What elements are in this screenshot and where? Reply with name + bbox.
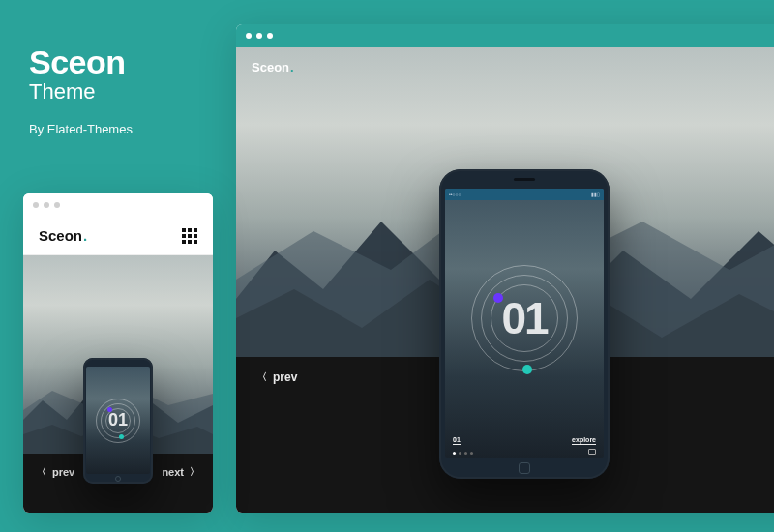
earpiece-icon	[514, 178, 535, 181]
signal-icon: ••○○○	[449, 192, 461, 197]
next-button[interactable]: next 〉	[162, 465, 199, 479]
slide-index-label: 01	[453, 436, 461, 445]
chevron-left-icon: 〈	[257, 370, 267, 384]
phone-screen: ••○○○ ▮▮▯ 01 01 explore	[445, 189, 604, 458]
home-button-icon	[115, 476, 121, 482]
orb-purple-icon	[107, 407, 112, 412]
phone-statusbar: ••○○○ ▮▮▯	[445, 189, 604, 200]
prev-label: prev	[273, 370, 297, 384]
logo-dot: .	[83, 227, 87, 244]
battery-icon: ▮▮▯	[591, 192, 600, 197]
window-dot-icon	[44, 202, 49, 208]
mobile-preview-window: Sceon. 〈 prev next 〉	[23, 193, 213, 513]
window-titlebar	[23, 193, 213, 217]
dot-icon	[453, 452, 456, 455]
prev-button[interactable]: 〈 prev	[37, 465, 74, 479]
orb-teal-icon	[119, 434, 124, 439]
slide-number: 01	[501, 292, 547, 344]
logo-text: Sceon	[252, 60, 289, 74]
site-header: Sceon.	[23, 217, 213, 255]
slide-number: 01	[108, 410, 128, 430]
dot-icon	[464, 452, 467, 455]
orb-purple-icon	[493, 293, 503, 303]
prev-button[interactable]: 〈 prev	[257, 370, 297, 384]
window-dot-icon	[267, 33, 273, 39]
explore-link[interactable]: explore	[572, 436, 596, 445]
slide-graphic: 01	[445, 200, 604, 436]
theme-subtitle: Theme	[29, 79, 133, 104]
camera-icon	[588, 449, 596, 455]
site-logo[interactable]: Sceon.	[39, 227, 87, 244]
window-dot-icon	[54, 202, 60, 208]
chevron-left-icon: 〈	[37, 465, 46, 479]
site-header: Sceon.	[236, 47, 774, 86]
pagination-dots	[453, 452, 473, 455]
orb-teal-icon	[522, 365, 532, 374]
desktop-preview-window: Sceon. 〈 prev next 〉 ••○○○ ▮▮▯ 01	[236, 24, 774, 513]
logo-dot: .	[290, 60, 294, 74]
window-dot-icon	[256, 33, 262, 39]
theme-title-block: Sceon Theme By Elated-Themes	[29, 44, 133, 136]
dot-icon	[470, 452, 473, 455]
menu-grid-icon[interactable]	[182, 228, 197, 244]
next-label: next	[162, 466, 184, 478]
logo-text: Sceon	[39, 227, 82, 244]
window-dot-icon	[246, 33, 252, 39]
dot-icon	[459, 452, 461, 455]
theme-author: By Elated-Themes	[29, 122, 133, 136]
phone-bezel-top	[439, 169, 610, 189]
phone-mockup: 01	[83, 358, 153, 484]
window-dot-icon	[33, 202, 39, 208]
theme-name: Sceon	[29, 44, 133, 81]
chevron-right-icon: 〉	[190, 465, 199, 479]
prev-label: prev	[52, 466, 74, 478]
window-titlebar	[236, 24, 774, 47]
site-logo[interactable]: Sceon.	[252, 60, 294, 74]
phone-mockup: ••○○○ ▮▮▯ 01 01 explore	[439, 169, 610, 479]
phone-slide-footer: 01 explore	[445, 436, 604, 458]
home-button-icon	[519, 462, 530, 474]
slide-graphic: 01	[86, 367, 150, 474]
phone-screen: 01	[86, 367, 150, 474]
